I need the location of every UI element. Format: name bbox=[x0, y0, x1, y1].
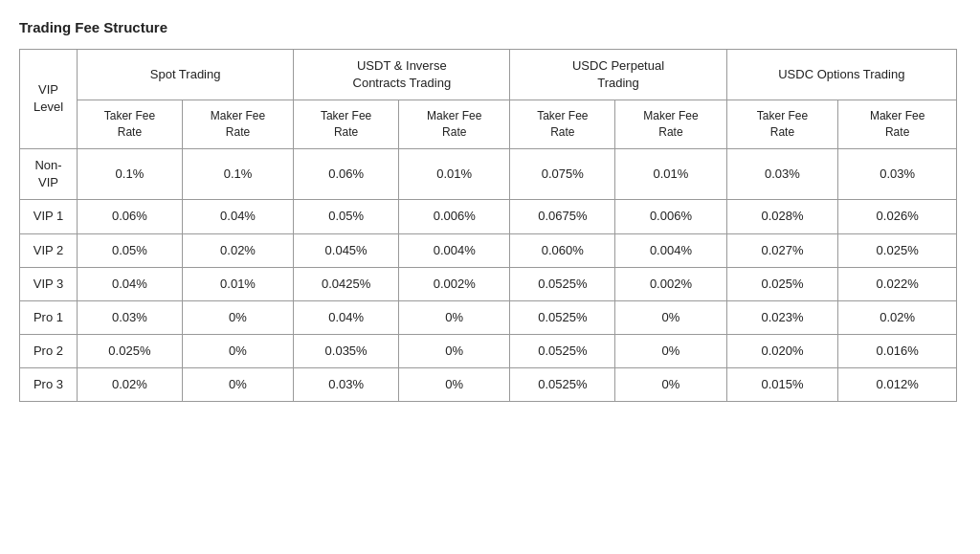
usdt-maker-header: Maker FeeRate bbox=[399, 100, 510, 149]
usdc-p-taker-cell: 0.0525% bbox=[510, 300, 615, 334]
table-row: Pro 20.025%0%0.035%0%0.0525%0%0.020%0.01… bbox=[20, 335, 957, 368]
table-row: VIP 10.06%0.04%0.05%0.006%0.0675%0.006%0… bbox=[20, 200, 957, 233]
vip-level-cell: VIP 1 bbox=[20, 200, 78, 233]
usdt-taker-cell: 0.035% bbox=[294, 335, 399, 368]
spot-maker-cell: 0% bbox=[182, 368, 293, 402]
usdt-taker-cell: 0.0425% bbox=[294, 267, 399, 300]
usdc-p-maker-cell: 0% bbox=[615, 300, 726, 334]
usdc-o-taker-header: Taker FeeRate bbox=[726, 100, 838, 149]
usdc-p-maker-cell: 0.006% bbox=[615, 200, 726, 233]
vip-level-cell: Pro 1 bbox=[20, 300, 78, 334]
spot-maker-cell: 0.04% bbox=[182, 200, 293, 233]
page-title: Trading Fee Structure bbox=[19, 19, 961, 35]
vip-level-cell: VIP 2 bbox=[20, 233, 78, 267]
usdc-o-maker-header: Maker FeeRate bbox=[838, 100, 957, 149]
usdt-taker-cell: 0.05% bbox=[294, 200, 399, 233]
usdc-o-maker-cell: 0.025% bbox=[838, 233, 957, 267]
usdc-o-taker-cell: 0.03% bbox=[726, 148, 838, 199]
usdc-p-taker-cell: 0.0525% bbox=[510, 368, 615, 402]
usdt-maker-cell: 0.004% bbox=[399, 233, 510, 267]
spot-maker-cell: 0% bbox=[182, 335, 293, 368]
fee-table: VIPLevel Spot Trading USDT & InverseCont… bbox=[19, 49, 957, 402]
vip-level-cell: VIP 3 bbox=[20, 267, 78, 300]
usdc-p-maker-cell: 0% bbox=[615, 368, 726, 402]
usdc-o-taker-cell: 0.025% bbox=[726, 267, 838, 300]
usdc-o-taker-cell: 0.023% bbox=[726, 300, 838, 334]
table-row: Pro 30.02%0%0.03%0%0.0525%0%0.015%0.012% bbox=[20, 368, 957, 402]
usdc-p-maker-header: Maker FeeRate bbox=[615, 100, 726, 149]
usdt-maker-cell: 0.006% bbox=[399, 200, 510, 233]
usdc-o-maker-cell: 0.026% bbox=[838, 200, 957, 233]
usdc-o-maker-cell: 0.03% bbox=[838, 148, 957, 199]
spot-taker-header: Taker FeeRate bbox=[78, 100, 183, 149]
usdt-maker-cell: 0% bbox=[399, 368, 510, 402]
usdt-trading-header: USDT & InverseContracts Trading bbox=[294, 50, 510, 100]
spot-trading-header: Spot Trading bbox=[78, 50, 294, 100]
vip-level-header: VIPLevel bbox=[20, 50, 78, 149]
vip-level-cell: Pro 2 bbox=[20, 335, 78, 368]
usdc-p-taker-cell: 0.0525% bbox=[510, 267, 615, 300]
usdc-p-maker-cell: 0% bbox=[615, 335, 726, 368]
spot-taker-cell: 0.1% bbox=[78, 148, 183, 199]
spot-maker-cell: 0.02% bbox=[182, 233, 293, 267]
spot-taker-cell: 0.02% bbox=[78, 368, 183, 402]
usdt-maker-cell: 0.002% bbox=[399, 267, 510, 300]
usdc-p-taker-cell: 0.0525% bbox=[510, 335, 615, 368]
usdt-taker-header: Taker FeeRate bbox=[294, 100, 399, 149]
spot-taker-cell: 0.03% bbox=[78, 300, 183, 334]
vip-level-cell: Non-VIP bbox=[20, 148, 78, 199]
spot-taker-cell: 0.05% bbox=[78, 233, 183, 267]
usdc-o-taker-cell: 0.015% bbox=[726, 368, 838, 402]
usdt-taker-cell: 0.03% bbox=[294, 368, 399, 402]
usdc-o-maker-cell: 0.022% bbox=[838, 267, 957, 300]
spot-taker-cell: 0.025% bbox=[78, 335, 183, 368]
usdc-p-maker-cell: 0.004% bbox=[615, 233, 726, 267]
spot-maker-header: Maker FeeRate bbox=[182, 100, 293, 149]
usdc-o-taker-cell: 0.020% bbox=[726, 335, 838, 368]
usdt-maker-cell: 0.01% bbox=[399, 148, 510, 199]
usdt-taker-cell: 0.04% bbox=[294, 300, 399, 334]
usdt-taker-cell: 0.06% bbox=[294, 148, 399, 199]
table-row: Non-VIP0.1%0.1%0.06%0.01%0.075%0.01%0.03… bbox=[20, 148, 957, 199]
vip-level-cell: Pro 3 bbox=[20, 368, 78, 402]
spot-taker-cell: 0.04% bbox=[78, 267, 183, 300]
usdc-o-taker-cell: 0.028% bbox=[726, 200, 838, 233]
spot-maker-cell: 0% bbox=[182, 300, 293, 334]
spot-maker-cell: 0.1% bbox=[182, 148, 293, 199]
usdt-maker-cell: 0% bbox=[399, 300, 510, 334]
table-row: VIP 20.05%0.02%0.045%0.004%0.060%0.004%0… bbox=[20, 233, 957, 267]
usdc-p-taker-cell: 0.060% bbox=[510, 233, 615, 267]
spot-maker-cell: 0.01% bbox=[182, 267, 293, 300]
usdc-options-header: USDC Options Trading bbox=[726, 50, 956, 100]
usdt-taker-cell: 0.045% bbox=[294, 233, 399, 267]
table-row: Pro 10.03%0%0.04%0%0.0525%0%0.023%0.02% bbox=[20, 300, 957, 334]
usdc-p-maker-cell: 0.01% bbox=[615, 148, 726, 199]
usdc-o-maker-cell: 0.02% bbox=[838, 300, 957, 334]
usdc-p-taker-cell: 0.0675% bbox=[510, 200, 615, 233]
usdc-perp-header: USDC PerpetualTrading bbox=[510, 50, 726, 100]
usdc-o-maker-cell: 0.016% bbox=[838, 335, 957, 368]
table-row: VIP 30.04%0.01%0.0425%0.002%0.0525%0.002… bbox=[20, 267, 957, 300]
usdc-p-maker-cell: 0.002% bbox=[615, 267, 726, 300]
spot-taker-cell: 0.06% bbox=[78, 200, 183, 233]
usdc-p-taker-cell: 0.075% bbox=[510, 148, 615, 199]
usdc-o-maker-cell: 0.012% bbox=[838, 368, 957, 402]
usdc-o-taker-cell: 0.027% bbox=[726, 233, 838, 267]
usdc-p-taker-header: Taker FeeRate bbox=[510, 100, 615, 149]
usdt-maker-cell: 0% bbox=[399, 335, 510, 368]
